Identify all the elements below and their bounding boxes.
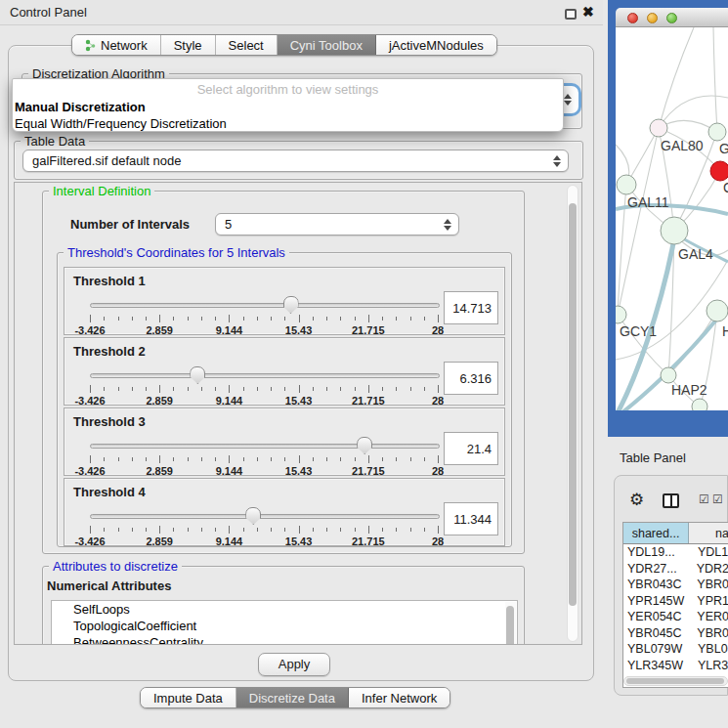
shared-name-cell[interactable]: YBR043C xyxy=(623,577,693,593)
scrollbar-thumb[interactable] xyxy=(569,203,577,606)
close-panel-icon[interactable]: ✖ xyxy=(582,4,594,20)
attribute-list-item[interactable]: BetweennessCentrality xyxy=(52,634,517,645)
column-layout-icon[interactable] xyxy=(663,493,679,508)
threshold-value-field[interactable]: 6.316 xyxy=(444,362,498,395)
numerical-attributes-list[interactable]: SelfLoopsTopologicalCoefficientBetweenne… xyxy=(51,600,518,645)
slider-track[interactable] xyxy=(90,303,440,308)
name-cell[interactable]: YBR0 xyxy=(693,625,728,642)
column-header-name[interactable]: na xyxy=(689,523,728,543)
name-cell[interactable]: YBL0 xyxy=(694,641,728,658)
network-node[interactable] xyxy=(616,306,626,323)
slider-track[interactable] xyxy=(90,514,440,519)
slider-tick xyxy=(271,457,272,461)
threshold-slider[interactable]: -3.4262.8599.14415.4321.71528 xyxy=(88,295,444,334)
network-edge[interactable] xyxy=(659,27,694,128)
shared-name-cell[interactable]: YER054C xyxy=(623,609,693,625)
interval-definition-group: Interval Definition Number of Intervals … xyxy=(42,191,525,554)
threshold-value-field[interactable]: 14.713 xyxy=(444,291,498,324)
tab-select[interactable]: Select xyxy=(216,35,278,55)
table-row[interactable]: YDL19...YDL1 xyxy=(623,544,728,561)
name-cell[interactable]: YDL1 xyxy=(694,544,728,561)
slider-track[interactable] xyxy=(90,373,440,378)
checkbox-icon[interactable]: ☑ xyxy=(699,493,709,505)
dropdown-placeholder-item[interactable]: Select algorithm to view settings xyxy=(13,79,563,99)
scrollbar-thumb[interactable] xyxy=(506,606,514,645)
threshold-slider[interactable]: -3.4262.8599.14415.4321.71528 xyxy=(88,365,444,405)
shared-name-cell[interactable]: YPR145W xyxy=(623,593,693,610)
node-table[interactable]: shared... na YDL19...YDL1YDR27...YDR2YBR… xyxy=(622,522,728,688)
table-row[interactable]: YBR045CYBR0 xyxy=(623,625,728,642)
attributes-scrollbar[interactable] xyxy=(505,602,516,645)
tab-network[interactable]: Network xyxy=(72,35,161,55)
threshold-value-field[interactable]: 21.4 xyxy=(444,432,498,465)
attribute-list-item[interactable]: TopologicalCoefficient xyxy=(52,618,517,634)
shared-name-cell[interactable]: YDR27... xyxy=(623,561,693,578)
network-edge[interactable] xyxy=(713,27,717,132)
dropdown-item-manual-discretization[interactable]: Manual Discretization xyxy=(13,99,563,115)
slider-handle[interactable] xyxy=(245,507,261,525)
apply-button[interactable]: Apply xyxy=(258,653,330,676)
name-cell[interactable]: YBR0 xyxy=(693,577,728,593)
name-cell[interactable]: YLR3 xyxy=(694,658,728,674)
network-node[interactable] xyxy=(650,119,667,137)
table-row[interactable]: YPR145WYPR1 xyxy=(623,593,728,610)
table-row[interactable]: YDR27...YDR2 xyxy=(623,561,728,578)
slider-scale-label: 21.715 xyxy=(337,465,400,477)
network-node[interactable] xyxy=(708,123,726,141)
slider-ticks xyxy=(88,455,444,463)
slider-track[interactable] xyxy=(90,444,440,449)
table-row[interactable]: YER054CYER0 xyxy=(623,609,728,625)
table-data-group-title: Table Data xyxy=(21,134,89,149)
network-node[interactable] xyxy=(661,367,676,383)
attribute-list-item[interactable]: SelfLoops xyxy=(52,601,517,618)
tab-jactivemnodules[interactable]: jActiveMNodules xyxy=(376,35,496,55)
column-header-shared-name[interactable]: shared... xyxy=(623,523,689,543)
number-of-intervals-combobox[interactable]: 5 xyxy=(215,213,459,236)
close-window-icon[interactable] xyxy=(627,13,638,23)
threshold-value-field[interactable]: 11.344 xyxy=(444,502,498,535)
name-cell[interactable]: YER0 xyxy=(693,609,728,625)
settings-vertical-scrollbar[interactable] xyxy=(567,185,578,642)
slider-handle[interactable] xyxy=(357,437,372,454)
slider-handle[interactable] xyxy=(283,296,299,314)
tab-discretize-data[interactable]: Discretize Data xyxy=(236,688,349,707)
table-horizontal-scrollbar[interactable] xyxy=(623,676,728,686)
slider-tick xyxy=(146,387,147,391)
slider-handle[interactable] xyxy=(190,366,205,384)
network-view[interactable]: GAL80GCGAL11GAL4GCY1HHAP2 xyxy=(616,27,728,410)
number-of-intervals-value: 5 xyxy=(216,217,232,232)
checkbox-icon[interactable]: ☑ xyxy=(712,493,723,505)
network-node[interactable] xyxy=(617,175,636,194)
zoom-window-icon[interactable] xyxy=(666,13,677,23)
table-row[interactable]: YBL079WYBL0 xyxy=(623,641,728,658)
gear-icon[interactable]: ⚙ xyxy=(629,492,644,508)
table-row[interactable]: YBR043CYBR0 xyxy=(623,577,728,593)
name-cell[interactable]: YPR1 xyxy=(693,593,728,610)
name-cell[interactable]: YDR2 xyxy=(693,561,728,578)
network-node[interactable] xyxy=(710,161,728,181)
slider-scale-label: 9.144 xyxy=(197,324,260,336)
minimize-window-icon[interactable] xyxy=(647,13,658,23)
tab-style[interactable]: Style xyxy=(161,35,216,55)
threshold-slider[interactable]: -3.4262.8599.14415.4321.71528 xyxy=(88,436,444,475)
shared-name-cell[interactable]: YBR045C xyxy=(623,625,693,642)
scrollbar-thumb[interactable] xyxy=(626,678,724,684)
network-node[interactable] xyxy=(692,399,707,410)
slider-tick xyxy=(159,315,160,322)
threshold-slider[interactable]: -3.4262.8599.14415.4321.71528 xyxy=(88,506,444,545)
table-row[interactable]: YLR345WYLR3 xyxy=(623,658,728,674)
slider-scale-label: 9.144 xyxy=(197,395,260,407)
network-node[interactable] xyxy=(661,217,688,244)
tab-infer-network[interactable]: Infer Network xyxy=(349,688,450,707)
shared-name-cell[interactable]: YDL19... xyxy=(623,544,694,561)
shared-name-cell[interactable]: YBL079W xyxy=(623,641,694,658)
slider-tick xyxy=(188,317,189,321)
table-data-combobox[interactable]: galFiltered.sif default node xyxy=(22,150,569,172)
slider-tick xyxy=(257,457,258,461)
shared-name-cell[interactable]: YLR345W xyxy=(623,658,694,674)
tab-cyni-toolbox[interactable]: Cyni Toolbox xyxy=(278,35,376,55)
float-panel-icon[interactable] xyxy=(565,9,577,20)
tab-impute-data[interactable]: Impute Data xyxy=(141,688,236,707)
dropdown-item-equal-width[interactable]: Equal Width/Frequency Discretization xyxy=(13,115,563,132)
network-node[interactable] xyxy=(707,300,728,321)
